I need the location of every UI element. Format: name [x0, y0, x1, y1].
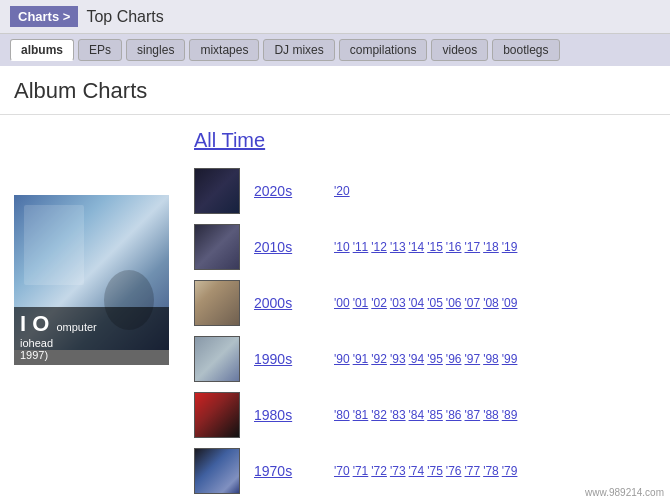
year-link-89[interactable]: '89: [502, 408, 518, 422]
chart-row-2010s: 2010s'10'11'12'13'14'15'16'17'18'19: [194, 222, 656, 272]
year-links-2010s: '10'11'12'13'14'15'16'17'18'19: [334, 240, 517, 254]
year-link-84[interactable]: '84: [409, 408, 425, 422]
year-link-93[interactable]: '93: [390, 352, 406, 366]
year-link-18[interactable]: '18: [483, 240, 499, 254]
year-link-02[interactable]: '02: [371, 296, 387, 310]
header: Charts > Top Charts: [0, 0, 670, 34]
year-link-07[interactable]: '07: [464, 296, 480, 310]
year-links-1980s: '80'81'82'83'84'85'86'87'88'89: [334, 408, 517, 422]
chart-thumb-2000s: [194, 280, 240, 326]
chart-row-1980s: 1980s'80'81'82'83'84'85'86'87'88'89: [194, 390, 656, 440]
year-link-01[interactable]: '01: [353, 296, 369, 310]
nav-tab-bootlegs[interactable]: bootlegs: [492, 39, 559, 61]
year-link-82[interactable]: '82: [371, 408, 387, 422]
year-link-90[interactable]: '90: [334, 352, 350, 366]
year-link-83[interactable]: '83: [390, 408, 406, 422]
year-link-10[interactable]: '10: [334, 240, 350, 254]
year-link-06[interactable]: '06: [446, 296, 462, 310]
charts-button[interactable]: Charts >: [10, 6, 78, 27]
chart-row-2000s: 2000s'00'01'02'03'04'05'06'07'08'09: [194, 278, 656, 328]
year-link-79[interactable]: '79: [502, 464, 518, 478]
year-link-88[interactable]: '88: [483, 408, 499, 422]
decade-link-1980s[interactable]: 1980s: [254, 407, 324, 423]
nav-tab-compilations[interactable]: compilations: [339, 39, 428, 61]
year-link-86[interactable]: '86: [446, 408, 462, 422]
main-chart: All Time 2020s'202010s'10'11'12'13'14'15…: [194, 125, 656, 502]
year-link-72[interactable]: '72: [371, 464, 387, 478]
content: I O omputer iohead 1997) All Time 2020s'…: [0, 115, 670, 502]
year-link-19[interactable]: '19: [502, 240, 518, 254]
chart-thumb-1990s: [194, 336, 240, 382]
year-link-17[interactable]: '17: [464, 240, 480, 254]
year-link-20[interactable]: '20: [334, 184, 350, 198]
year-link-70[interactable]: '70: [334, 464, 350, 478]
chart-row-2020s: 2020s'20: [194, 166, 656, 216]
nav-tab-albums[interactable]: albums: [10, 39, 74, 61]
chart-rows-container: 2020s'202010s'10'11'12'13'14'15'16'17'18…: [194, 166, 656, 496]
decade-link-2010s[interactable]: 2010s: [254, 239, 324, 255]
year-links-2020s: '20: [334, 184, 350, 198]
decade-link-1990s[interactable]: 1990s: [254, 351, 324, 367]
year-link-87[interactable]: '87: [464, 408, 480, 422]
year-link-16[interactable]: '16: [446, 240, 462, 254]
year-link-91[interactable]: '91: [353, 352, 369, 366]
album-artist: iohead: [20, 337, 53, 349]
year-link-94[interactable]: '94: [409, 352, 425, 366]
year-link-05[interactable]: '05: [427, 296, 443, 310]
nav-tab-singles[interactable]: singles: [126, 39, 185, 61]
year-link-03[interactable]: '03: [390, 296, 406, 310]
year-link-09[interactable]: '09: [502, 296, 518, 310]
year-link-92[interactable]: '92: [371, 352, 387, 366]
year-link-71[interactable]: '71: [353, 464, 369, 478]
year-link-12[interactable]: '12: [371, 240, 387, 254]
year-links-1990s: '90'91'92'93'94'95'96'97'98'99: [334, 352, 517, 366]
year-link-80[interactable]: '80: [334, 408, 350, 422]
nav-tab-eps[interactable]: EPs: [78, 39, 122, 61]
decade-link-1970s[interactable]: 1970s: [254, 463, 324, 479]
year-link-73[interactable]: '73: [390, 464, 406, 478]
year-links-2000s: '00'01'02'03'04'05'06'07'08'09: [334, 296, 517, 310]
year-link-76[interactable]: '76: [446, 464, 462, 478]
nav-tab-videos[interactable]: videos: [431, 39, 488, 61]
year-link-08[interactable]: '08: [483, 296, 499, 310]
featured-album: I O omputer iohead 1997): [14, 195, 174, 365]
album-year: 1997): [20, 349, 48, 361]
nav-tab-dj-mixes[interactable]: DJ mixes: [263, 39, 334, 61]
nav-tabs: albumsEPssinglesmixtapesDJ mixescompilat…: [0, 34, 670, 66]
decade-link-2000s[interactable]: 2000s: [254, 295, 324, 311]
year-link-78[interactable]: '78: [483, 464, 499, 478]
year-link-97[interactable]: '97: [464, 352, 480, 366]
album-title: omputer: [56, 321, 96, 333]
nav-tab-mixtapes[interactable]: mixtapes: [189, 39, 259, 61]
year-link-74[interactable]: '74: [409, 464, 425, 478]
chart-row-1990s: 1990s'90'91'92'93'94'95'96'97'98'99: [194, 334, 656, 384]
year-link-77[interactable]: '77: [464, 464, 480, 478]
year-link-13[interactable]: '13: [390, 240, 406, 254]
chart-thumb-2010s: [194, 224, 240, 270]
year-links-1970s: '70'71'72'73'74'75'76'77'78'79: [334, 464, 517, 478]
album-overlay: I O omputer iohead 1997): [14, 307, 169, 365]
page-title: Album Charts: [0, 66, 670, 115]
year-link-98[interactable]: '98: [483, 352, 499, 366]
year-link-96[interactable]: '96: [446, 352, 462, 366]
year-link-95[interactable]: '95: [427, 352, 443, 366]
decade-link-2020s[interactable]: 2020s: [254, 183, 324, 199]
year-link-00[interactable]: '00: [334, 296, 350, 310]
watermark: www.989214.com: [585, 487, 664, 498]
chart-thumb-1980s: [194, 392, 240, 438]
year-link-14[interactable]: '14: [409, 240, 425, 254]
album-io-badge: I O: [20, 311, 49, 337]
chart-thumb-1970s: [194, 448, 240, 494]
year-link-15[interactable]: '15: [427, 240, 443, 254]
year-link-85[interactable]: '85: [427, 408, 443, 422]
year-link-99[interactable]: '99: [502, 352, 518, 366]
top-charts-title: Top Charts: [86, 8, 163, 26]
year-link-75[interactable]: '75: [427, 464, 443, 478]
year-link-11[interactable]: '11: [353, 240, 369, 254]
year-link-81[interactable]: '81: [353, 408, 369, 422]
year-link-04[interactable]: '04: [409, 296, 425, 310]
chart-thumb-2020s: [194, 168, 240, 214]
all-time-link[interactable]: All Time: [194, 125, 656, 152]
